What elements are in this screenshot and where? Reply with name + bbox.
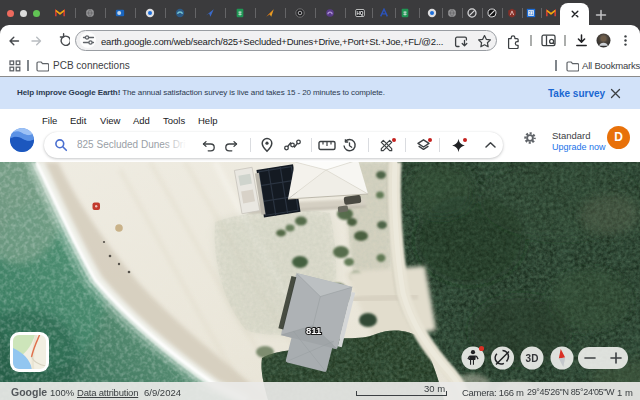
svg-text:3D: 3D	[526, 353, 539, 364]
svg-text:811: 811	[306, 325, 322, 336]
svg-text:31: 31	[528, 10, 534, 15]
svg-text:HQ: HQ	[356, 11, 363, 16]
